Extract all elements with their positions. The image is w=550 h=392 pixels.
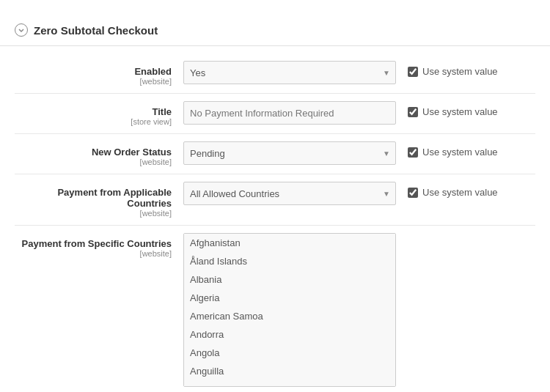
specific-countries-listbox[interactable]: Afghanistan Åland Islands Albania Algeri…	[183, 233, 396, 387]
specific-countries-label-col: Payment from Specific Countries [website…	[15, 233, 183, 258]
applicable-countries-use-system: Use system value	[396, 182, 498, 198]
title-input[interactable]	[183, 101, 396, 125]
country-option-albania[interactable]: Albania	[184, 270, 395, 289]
applicable-countries-select-wrapper: All Allowed Countries Specific Countries…	[183, 182, 396, 205]
country-option-andorra[interactable]: Andorra	[184, 325, 395, 344]
order-status-label: New Order Status	[15, 147, 172, 158]
country-option-angola[interactable]: Angola	[184, 344, 395, 362]
title-use-system-label: Use system value	[422, 106, 498, 117]
country-option-antarctica[interactable]: Antarctica	[184, 380, 395, 387]
enabled-select[interactable]: Yes No	[183, 61, 396, 84]
section-header: Zero Subtotal Checkout	[0, 15, 550, 46]
enabled-use-system: Use system value	[396, 61, 498, 77]
order-status-use-system-checkbox[interactable]	[408, 147, 418, 158]
title-use-system: Use system value	[396, 101, 498, 117]
specific-countries-sublabel: [website]	[15, 249, 172, 258]
country-option-american-samoa[interactable]: American Samoa	[184, 307, 395, 325]
enabled-label: Enabled	[15, 66, 172, 77]
country-option-aland[interactable]: Åland Islands	[184, 252, 395, 270]
order-status-input-col: Pending Processing Complete ▼	[183, 141, 396, 165]
enabled-input-col: Yes No ▼	[183, 61, 396, 84]
enabled-use-system-label: Use system value	[422, 66, 498, 77]
order-status-label-col: New Order Status [website]	[15, 141, 183, 166]
applicable-countries-input-col: All Allowed Countries Specific Countries…	[183, 182, 396, 205]
order-status-use-system-label: Use system value	[422, 147, 498, 158]
form-body: Enabled [website] Yes No ▼ Use system va…	[0, 46, 550, 392]
applicable-countries-row: Payment from Applicable Countries [websi…	[0, 174, 550, 225]
enabled-row: Enabled [website] Yes No ▼ Use system va…	[0, 53, 550, 93]
title-label: Title	[15, 106, 172, 117]
country-option-afghanistan[interactable]: Afghanistan	[184, 234, 395, 252]
applicable-countries-use-system-checkbox[interactable]	[408, 188, 418, 198]
applicable-countries-label-col: Payment from Applicable Countries [websi…	[15, 182, 183, 218]
specific-countries-row: Payment from Specific Countries [website…	[0, 226, 550, 392]
order-status-row: New Order Status [website] Pending Proce…	[0, 134, 550, 174]
country-option-anguilla[interactable]: Anguilla	[184, 362, 395, 380]
enabled-use-system-checkbox[interactable]	[408, 67, 418, 77]
title-label-col: Title [store view]	[15, 101, 183, 126]
section-title: Zero Subtotal Checkout	[34, 24, 158, 37]
applicable-countries-label: Payment from Applicable Countries	[15, 187, 172, 209]
order-status-select[interactable]: Pending Processing Complete	[183, 141, 396, 165]
specific-countries-label: Payment from Specific Countries	[15, 238, 172, 249]
toggle-button[interactable]	[15, 23, 28, 37]
enabled-select-wrapper: Yes No ▼	[183, 61, 396, 84]
specific-countries-input-col: Afghanistan Åland Islands Albania Algeri…	[183, 233, 396, 387]
enabled-label-col: Enabled [website]	[15, 61, 183, 86]
enabled-sublabel: [website]	[15, 77, 172, 86]
order-status-sublabel: [website]	[15, 158, 172, 166]
country-option-algeria[interactable]: Algeria	[184, 289, 395, 307]
title-row: Title [store view] Use system value	[0, 94, 550, 133]
title-input-col	[183, 101, 396, 125]
title-use-system-checkbox[interactable]	[408, 107, 418, 117]
title-sublabel: [store view]	[15, 117, 172, 126]
applicable-countries-use-system-label: Use system value	[422, 187, 498, 198]
order-status-select-wrapper: Pending Processing Complete ▼	[183, 141, 396, 165]
applicable-countries-sublabel: [website]	[15, 209, 172, 218]
applicable-countries-select[interactable]: All Allowed Countries Specific Countries	[183, 182, 396, 205]
order-status-use-system: Use system value	[396, 141, 498, 158]
